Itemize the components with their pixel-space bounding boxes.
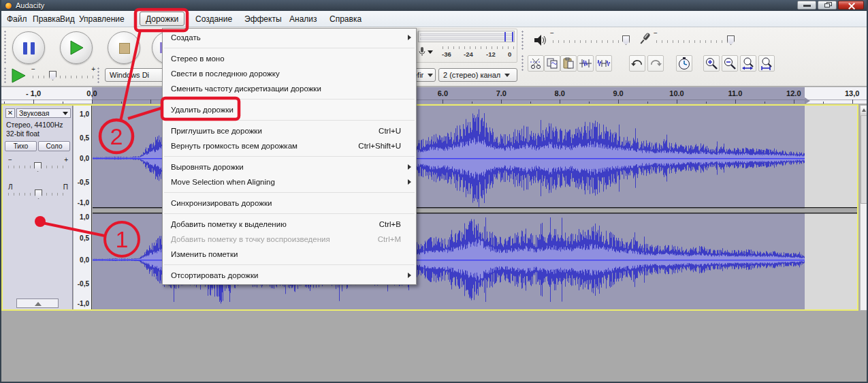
scrollbar-thumb[interactable] bbox=[861, 115, 867, 204]
toolbar-area: − + Windows Di -36 -24 -12 0 bbox=[1, 27, 867, 86]
output-slider-thumb[interactable] bbox=[622, 35, 630, 45]
close-icon bbox=[848, 3, 854, 9]
ruler-label: 0,0 bbox=[86, 89, 97, 97]
meter-peak-indicator bbox=[504, 32, 506, 42]
timer-record-button[interactable] bbox=[676, 55, 692, 72]
toolbar-grip[interactable] bbox=[3, 67, 7, 85]
menubar-item-6[interactable]: Создание bbox=[195, 14, 232, 25]
playback-speed-slider[interactable]: − + bbox=[31, 65, 95, 86]
input-slider-thumb[interactable] bbox=[727, 35, 735, 45]
input-volume-slider[interactable]: − bbox=[654, 31, 735, 52]
menu-item[interactable]: Добавить пометку к выделениюCtrl+B bbox=[163, 217, 416, 232]
vscale-label: 0,0 bbox=[80, 256, 89, 264]
window-title: Audacity bbox=[16, 0, 44, 11]
minimize-icon bbox=[803, 5, 811, 7]
output-volume-slider[interactable]: − bbox=[550, 31, 632, 52]
gain-slider-thumb[interactable] bbox=[34, 162, 42, 172]
menu-item[interactable]: Свести в последнюю дорожку bbox=[163, 66, 416, 81]
pan-slider[interactable]: Л П bbox=[8, 183, 68, 204]
zoom-out-icon bbox=[723, 57, 737, 70]
menu-item[interactable]: Удалить дорожки bbox=[163, 102, 416, 117]
redo-button[interactable] bbox=[647, 55, 664, 72]
playback-meter[interactable] bbox=[418, 31, 515, 42]
ruler-label: - 1,0 bbox=[26, 89, 41, 97]
pan-slider-thumb[interactable] bbox=[35, 189, 42, 199]
play-at-speed-button[interactable] bbox=[11, 68, 27, 83]
menu-item[interactable]: Отсортировать дорожки bbox=[163, 268, 416, 283]
mute-button[interactable]: Тихо bbox=[5, 141, 37, 151]
menubar-item-3[interactable]: Вид bbox=[60, 14, 75, 25]
zoom-in-button[interactable] bbox=[703, 55, 720, 72]
menu-item[interactable]: Изменить пометки bbox=[163, 247, 416, 262]
cut-button[interactable] bbox=[528, 55, 544, 72]
ruler-label: 11.0 bbox=[728, 89, 742, 97]
stop-button[interactable] bbox=[108, 31, 140, 64]
undo-button[interactable] bbox=[629, 55, 645, 72]
timeline-ruler[interactable]: - 1,00,06.07.08.09.010.011.012.013,0 bbox=[1, 87, 868, 104]
menu-item[interactable]: Стерео в моно bbox=[163, 51, 416, 66]
minimize-button[interactable] bbox=[797, 1, 816, 10]
menu-item[interactable]: Создать bbox=[163, 30, 416, 45]
menu-shortcut: Ctrl+B bbox=[379, 217, 401, 232]
fit-project-button[interactable] bbox=[758, 55, 775, 72]
menubar-item-7[interactable]: Эффекты bbox=[244, 14, 282, 25]
menu-separator bbox=[164, 213, 415, 214]
recording-channels-combobox[interactable]: 2 (стерео) канал bbox=[438, 68, 517, 82]
close-button[interactable] bbox=[838, 1, 864, 10]
gain-slider[interactable]: − + bbox=[8, 156, 68, 177]
play-button[interactable] bbox=[60, 31, 93, 64]
menu-shortcut: Ctrl+Shift+U bbox=[358, 138, 401, 153]
menubar-item-4[interactable]: Управление bbox=[79, 14, 125, 25]
menu-item[interactable]: Сменить частоту дискретизации дорожки bbox=[163, 81, 416, 96]
ruler-label: 10.0 bbox=[669, 89, 684, 97]
vertical-scale[interactable]: 1,00,50,0-0,5-1,01,00,50,0-0,5-1,0 bbox=[74, 106, 92, 309]
vscale-label: 1,0 bbox=[80, 213, 89, 221]
scroll-up-button[interactable] bbox=[861, 106, 867, 114]
restore-button[interactable] bbox=[818, 1, 837, 10]
solo-button[interactable]: Соло bbox=[38, 141, 70, 151]
toolbar-grip[interactable] bbox=[3, 30, 7, 64]
menubar-item-2[interactable]: Правка bbox=[33, 14, 61, 25]
copy-button[interactable] bbox=[544, 55, 560, 72]
vertical-scrollbar[interactable] bbox=[860, 105, 868, 311]
ruler-label: 9.0 bbox=[613, 89, 623, 97]
microphone-icon bbox=[637, 31, 652, 46]
toolbar-grip[interactable] bbox=[97, 67, 101, 85]
paste-button[interactable] bbox=[560, 55, 577, 72]
pause-button[interactable] bbox=[12, 31, 45, 64]
meter-scale-label: 0 bbox=[508, 50, 511, 58]
track-area: ✕ Звуковая Стерео, 44100Hz 32-bit float … bbox=[1, 104, 868, 311]
menu-item[interactable]: Выровнять дорожки bbox=[163, 159, 416, 174]
menu-item[interactable]: Move Selection when Aligning bbox=[163, 174, 416, 189]
menu-item[interactable]: Приглушить все дорожкиCtrl+U bbox=[163, 123, 416, 138]
speed-slider-thumb[interactable] bbox=[49, 71, 57, 80]
menubar-item-1[interactable]: Файл bbox=[7, 14, 27, 25]
menubar-item-8[interactable]: Анализ bbox=[289, 14, 317, 25]
zoom-out-button[interactable] bbox=[722, 55, 738, 72]
menubar-item-9[interactable]: Справка bbox=[329, 14, 361, 25]
trim-audio-button[interactable] bbox=[577, 55, 594, 72]
vscale-label: 0,5 bbox=[80, 134, 89, 142]
track-name-dropdown[interactable]: Звуковая bbox=[16, 108, 71, 118]
menu-item[interactable]: Синхронизировать дорожки bbox=[163, 196, 416, 211]
track-collapse-button[interactable] bbox=[16, 298, 59, 308]
vscale-label: 0,5 bbox=[80, 234, 89, 242]
audacity-app-icon bbox=[5, 2, 12, 10]
track-close-button[interactable]: ✕ bbox=[5, 108, 15, 118]
toolbar-grip[interactable] bbox=[521, 55, 525, 72]
silence-audio-button[interactable] bbox=[596, 55, 612, 72]
menu-separator bbox=[164, 99, 415, 99]
track-control-panel[interactable]: ✕ Звуковая Стерео, 44100Hz 32-bit float … bbox=[3, 106, 73, 309]
ruler-label: 8.0 bbox=[555, 89, 565, 97]
redo-icon bbox=[649, 58, 662, 69]
zoom-in-icon bbox=[705, 57, 718, 70]
cut-icon bbox=[530, 57, 542, 70]
menu-separator bbox=[164, 156, 415, 157]
toolbar-grip[interactable] bbox=[521, 30, 525, 50]
menu-shortcut: Ctrl+U bbox=[379, 123, 401, 138]
menubar-item-tracks-active[interactable]: Дорожки bbox=[140, 12, 184, 26]
play-at-speed-icon bbox=[11, 68, 26, 83]
zoom-selection-button[interactable] bbox=[740, 55, 756, 72]
record-meter-dropdown[interactable] bbox=[418, 46, 434, 59]
menu-item[interactable]: Вернуть громкость всем дорожкамCtrl+Shif… bbox=[163, 138, 416, 153]
